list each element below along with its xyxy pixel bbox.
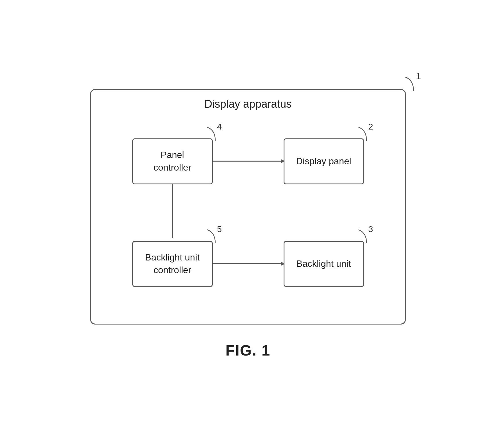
backlight-unit-controller-block: 5 Backlight unitcontroller [132, 241, 213, 287]
ref-3-annotation: 3 [352, 227, 378, 245]
backlight-unit-block: 3 Backlight unit [284, 241, 364, 287]
display-panel-label: Display panel [296, 155, 351, 167]
page: 1 Display apparatus [0, 0, 496, 448]
diagram-area: 1 Display apparatus [90, 89, 406, 359]
svg-text:1: 1 [416, 71, 421, 81]
panel-controller-label: Panelcontroller [154, 149, 191, 173]
figure-label: FIG. 1 [226, 342, 270, 359]
ref-4-annotation: 4 [201, 125, 227, 142]
display-apparatus-box: 1 Display apparatus [90, 89, 406, 325]
backlight-unit-label: Backlight unit [296, 258, 351, 270]
svg-text:5: 5 [217, 224, 222, 234]
backlight-unit-controller-label: Backlight unitcontroller [145, 251, 199, 276]
ref-1-annotation: 1 [396, 74, 425, 94]
display-apparatus-label: Display apparatus [204, 98, 292, 110]
svg-text:3: 3 [368, 224, 373, 234]
display-panel-block: 2 Display panel [284, 138, 364, 184]
ref-2-annotation: 2 [352, 125, 378, 142]
blocks-grid: 4 Panelcontroller 2 Display panel [108, 119, 388, 306]
ref-5-annotation: 5 [201, 227, 227, 245]
panel-controller-block: 4 Panelcontroller [132, 138, 213, 184]
svg-text:2: 2 [368, 122, 373, 131]
svg-text:4: 4 [217, 122, 222, 131]
